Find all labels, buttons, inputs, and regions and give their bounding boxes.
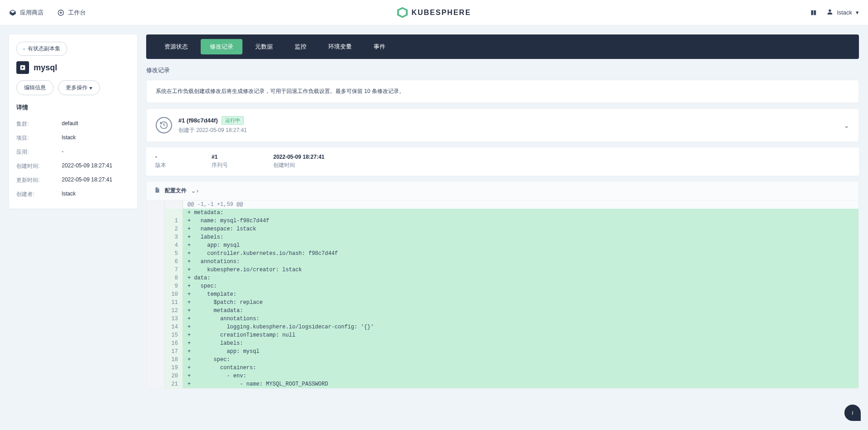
diff-line: 14+ logging.kubesphere.io/logsidecar-con…: [147, 323, 858, 331]
diff-panel: 配置文件 ⌄ › @@ -1,-1 +1,59 @@+ metadata:1+ …: [146, 181, 859, 389]
line-number: 11: [165, 298, 183, 307]
workspace-label: 工作台: [68, 9, 86, 17]
diff-hunk: @@ -1,-1 +1,59 @@: [183, 200, 858, 209]
diff-line: 12+ metadata:: [147, 307, 858, 315]
diff-code: + template:: [183, 290, 858, 298]
back-label: 有状态副本集: [28, 45, 60, 53]
detail-val: 2022-05-09 18:27:41: [62, 176, 112, 184]
diff-line: 18+ spec:: [147, 356, 858, 364]
diff-code: + containers:: [183, 364, 858, 372]
diff-line: 17+ app: mysql: [147, 347, 858, 356]
history-icon: [156, 117, 172, 133]
diff-toggle[interactable]: ⌄ ›: [191, 188, 198, 194]
diff-code: + app: mysql: [183, 347, 858, 356]
detail-key: 创建时间:: [16, 162, 62, 170]
diff-code: + annotations:: [183, 258, 858, 266]
tab-1[interactable]: 修改记录: [201, 39, 242, 54]
diff-code: + - env:: [183, 372, 858, 380]
line-number: 9: [165, 282, 183, 290]
appstore-label: 应用商店: [20, 9, 44, 17]
back-link[interactable]: ‹ 有状态副本集: [16, 42, 67, 56]
status-badge: 运行中: [222, 116, 244, 125]
user-icon: [826, 8, 833, 17]
diff-code: + creationTimestamp: null: [183, 331, 858, 339]
diff-line: 15+ creationTimestamp: null: [147, 331, 858, 339]
diff-code: + labels:: [183, 233, 858, 241]
tab-5[interactable]: 事件: [365, 39, 395, 54]
line-number: 10: [165, 290, 183, 298]
more-actions-button[interactable]: 更多操作 ▾: [58, 80, 100, 95]
tab-2[interactable]: 元数据: [246, 39, 282, 54]
tab-0[interactable]: 资源状态: [155, 39, 197, 54]
revision-body: #1 (f98c7d44f) 运行中 创建于 2022-05-09 18:27:…: [178, 116, 837, 134]
line-number: 19: [165, 364, 183, 372]
brand[interactable]: KUBESPHERE: [397, 7, 471, 18]
edit-info-button[interactable]: 编辑信息: [16, 80, 54, 95]
diff-code: + logging.kubesphere.io/logsidecar-confi…: [183, 323, 858, 331]
tab-4[interactable]: 环境变量: [319, 39, 361, 54]
diff-header[interactable]: 配置文件 ⌄ ›: [147, 181, 858, 200]
diff-line: 19+ containers:: [147, 364, 858, 372]
chevron-down-icon[interactable]: ⌄: [843, 121, 849, 130]
svg-point-1: [829, 10, 831, 12]
line-number: 3: [165, 233, 183, 241]
user-name: lstack: [837, 9, 852, 16]
topbar: 应用商店 工作台 KUBESPHERE lstack ▾: [0, 0, 868, 25]
sidebar: ‹ 有状态副本集 mysql 编辑信息 更多操作 ▾ 详情 集群:default…: [9, 34, 137, 209]
statefulset-icon: [16, 61, 29, 74]
diff-line: 4+ app: mysql: [147, 241, 858, 249]
diff-line: 5+ controller.kubernetes.io/hash: f98c7d…: [147, 249, 858, 258]
caret-down-icon: ▾: [89, 85, 92, 91]
detail-key: 更新时间:: [16, 176, 62, 184]
detail-val: default: [62, 120, 78, 128]
detail-row: 项目:lstack: [16, 131, 130, 145]
revision-card[interactable]: #1 (f98c7d44f) 运行中 创建于 2022-05-09 18:27:…: [146, 108, 859, 142]
diff-code: + metadata:: [183, 307, 858, 315]
meta-label: 创建时间: [273, 161, 325, 169]
detail-row: 创建时间:2022-05-09 18:27:41: [16, 159, 130, 173]
diff-code: + namespace: lstack: [183, 225, 858, 233]
diff-line: 16+ labels:: [147, 339, 858, 347]
tab-3[interactable]: 监控: [286, 39, 316, 54]
diff-line: 3+ labels:: [147, 233, 858, 241]
meta-label: 版本: [155, 161, 166, 169]
user-menu[interactable]: lstack ▾: [826, 8, 859, 17]
meta-val: -: [155, 154, 166, 160]
topbar-left: 应用商店 工作台: [9, 9, 86, 17]
caret-down-icon: ▾: [856, 9, 859, 16]
brand-logo-icon: [397, 7, 408, 18]
more-actions-label: 更多操作: [66, 84, 88, 92]
line-number: 16: [165, 339, 183, 347]
workspace-link[interactable]: 工作台: [57, 9, 86, 17]
diff-line: 6+ annotations:: [147, 258, 858, 266]
docs-icon[interactable]: [810, 9, 817, 16]
diff-line: 2+ namespace: lstack: [147, 225, 858, 233]
diff-code: + controller.kubernetes.io/hash: f98c7d4…: [183, 249, 858, 258]
diff-line: 7+ kubesphere.io/creator: lstack: [147, 266, 858, 274]
meta-label: 序列号: [212, 161, 228, 169]
meta-val: #1: [212, 154, 228, 160]
line-number: 17: [165, 347, 183, 356]
line-number: 21: [165, 380, 183, 388]
tabs: 资源状态修改记录元数据监控环境变量事件: [146, 34, 859, 59]
details-header: 详情: [16, 103, 130, 112]
diff-line: + metadata:: [147, 209, 858, 217]
line-number: 7: [165, 266, 183, 274]
diff-line: 1+ name: mysql-f98c7d44f: [147, 217, 858, 225]
detail-row: 更新时间:2022-05-09 18:27:41: [16, 173, 130, 187]
diff-body: @@ -1,-1 +1,59 @@+ metadata:1+ name: mys…: [147, 200, 858, 388]
detail-val: lstack: [62, 134, 76, 142]
detail-list: 集群:default项目:lstack应用:-创建时间:2022-05-09 1…: [16, 117, 130, 201]
detail-key: 项目:: [16, 134, 62, 142]
line-number: 6: [165, 258, 183, 266]
appstore-link[interactable]: 应用商店: [9, 9, 44, 17]
detail-val: -: [62, 148, 64, 156]
topbar-right: lstack ▾: [810, 8, 859, 17]
meta-item: #1序列号: [212, 154, 228, 169]
detail-key: 创建者:: [16, 191, 62, 198]
diff-line: 11+ $patch: replace: [147, 298, 858, 307]
line-number: 12: [165, 307, 183, 315]
line-number: 8: [165, 274, 183, 282]
detail-val: lstack: [62, 191, 76, 198]
chevron-down-icon: ⌄: [191, 188, 196, 194]
